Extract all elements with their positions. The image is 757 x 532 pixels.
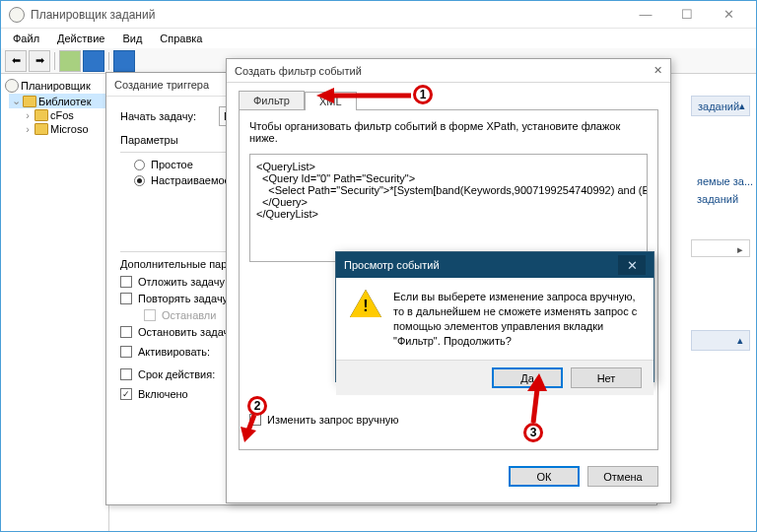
menu-help[interactable]: Справка: [152, 31, 210, 46]
app-icon: [9, 7, 25, 23]
checkbox-icon: [120, 388, 132, 400]
confirm-text: Если вы выберете изменение запроса вручн…: [393, 290, 640, 348]
radio-icon: [134, 160, 145, 170]
tool-forward[interactable]: ➡: [29, 50, 50, 72]
close-icon[interactable]: ✕: [618, 255, 646, 275]
menu-bar: Файл Действие Вид Справка: [1, 29, 756, 48]
right-link-exec[interactable]: яемые за...: [691, 172, 750, 190]
annotation-1: 1: [413, 85, 433, 104]
warning-icon: !: [350, 290, 381, 317]
tree-ms-label: Microso: [50, 123, 89, 135]
folder-icon: [23, 96, 36, 107]
expand-icon[interactable]: ›: [23, 109, 33, 121]
svg-marker-3: [241, 427, 256, 442]
main-titlebar: Планировщик заданий — ☐ ✕: [1, 1, 756, 29]
right-header-2[interactable]: ▴: [691, 330, 750, 351]
tree-cfos[interactable]: › cFos: [21, 108, 106, 122]
annotation-arrow-3: [523, 373, 547, 423]
svg-marker-5: [527, 373, 547, 391]
expand-icon[interactable]: ⌄: [11, 95, 21, 107]
annotation-3: 3: [523, 423, 543, 442]
checkbox-icon: [120, 346, 132, 358]
tree-root[interactable]: Планировщик: [3, 78, 106, 94]
close-button[interactable]: ✕: [709, 4, 748, 26]
right-link-tasks[interactable]: заданий: [691, 190, 750, 208]
filter-tabs: Фильтр XML: [227, 83, 670, 109]
checkbox-icon: [144, 309, 156, 321]
tree-library[interactable]: ⌄ Библиотек: [9, 94, 106, 108]
minimize-button[interactable]: —: [626, 4, 665, 26]
xml-instruction: Чтобы организовать фильтр событий в форм…: [249, 120, 648, 144]
filter-dialog-title: Создать фильтр событий: [235, 65, 362, 77]
tool-prop[interactable]: [83, 50, 104, 72]
confirm-titlebar[interactable]: Просмотр событий ✕: [336, 252, 654, 278]
confirm-dialog: Просмотр событий ✕ ! Если вы выберете из…: [335, 251, 654, 382]
filter-dialog-titlebar[interactable]: Создать фильтр событий ✕: [227, 59, 670, 83]
menu-action[interactable]: Действие: [49, 31, 112, 46]
folder-icon: [34, 109, 48, 121]
tool-misc[interactable]: [113, 50, 135, 72]
manual-edit-label: Изменить запрос вручную: [267, 414, 398, 426]
ok-button[interactable]: ОК: [509, 466, 580, 487]
expand-icon[interactable]: ›: [23, 123, 33, 135]
annotation-2: 2: [247, 396, 267, 416]
tree-lib-label: Библиотек: [38, 96, 91, 107]
checkbox-icon: [120, 368, 132, 380]
xml-code-textarea[interactable]: <QueryList> <Query Id="0" Path="Security…: [249, 154, 648, 262]
cancel-button[interactable]: Отмена: [587, 466, 658, 487]
svg-marker-1: [316, 88, 334, 103]
menu-file[interactable]: Файл: [5, 31, 47, 46]
maximize-button[interactable]: ☐: [667, 4, 707, 26]
confirm-title: Просмотр событий: [344, 259, 440, 271]
tree-pane: Планировщик ⌄ Библиотек › cFos › Microso: [1, 74, 109, 531]
window-controls: — ☐ ✕: [626, 4, 748, 26]
begin-task-label: Начать задачу:: [120, 110, 211, 122]
tab-filter[interactable]: Фильтр: [239, 91, 305, 109]
svg-line-4: [533, 389, 537, 423]
tool-back[interactable]: ⬅: [5, 50, 27, 72]
tree-root-label: Планировщик: [21, 80, 91, 92]
right-row-blank[interactable]: ▸: [691, 239, 750, 257]
checkbox-icon: [120, 326, 132, 338]
annotation-arrow-1: [316, 86, 411, 105]
clock-icon: [5, 79, 19, 93]
radio-icon: [134, 175, 145, 186]
close-icon[interactable]: ✕: [654, 64, 662, 77]
checkbox-icon: [120, 293, 132, 304]
right-header-1[interactable]: заданий▴: [691, 96, 750, 116]
annotation-arrow-2: [241, 415, 262, 444]
tree-microsoft[interactable]: › Microso: [21, 122, 106, 136]
window-title: Планировщик заданий: [31, 8, 626, 22]
checkbox-icon: [120, 276, 132, 288]
svg-line-2: [248, 415, 254, 431]
menu-view[interactable]: Вид: [114, 31, 150, 46]
tool-connect[interactable]: [59, 50, 81, 72]
tree-cfos-label: cFos: [50, 109, 74, 121]
no-button[interactable]: Нет: [571, 367, 642, 388]
folder-icon: [34, 123, 48, 135]
